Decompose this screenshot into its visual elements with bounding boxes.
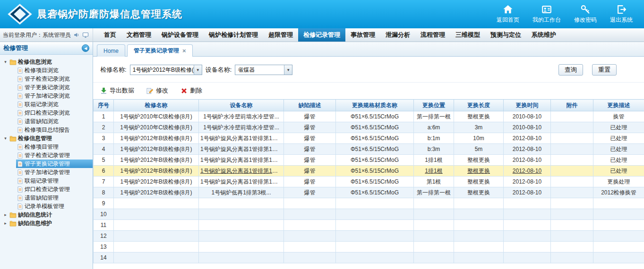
tree-item[interactable]: 焊口检查记录浏览 (16, 109, 93, 117)
tree-folder[interactable]: ▸缺陷信息维护 (0, 219, 93, 227)
app-title: 晨砻锅炉防磨防爆信息管理系统 (37, 8, 182, 21)
table-row[interactable]: 81号锅炉2012年B级检修(8月)1号锅炉低再1排第3根...爆管Φ51×6.… (94, 187, 644, 198)
tree-folder[interactable]: ▸缺陷信息统计 (0, 210, 93, 219)
nav-item[interactable]: 锅炉检修计划管理 (204, 28, 263, 42)
nav-item[interactable]: 系统维护 (526, 28, 561, 42)
tree-folder[interactable]: ▾检修信息管理 (0, 134, 93, 143)
tab-bar: Home管子更换记录管理× (93, 42, 644, 57)
tab[interactable]: 管子更换记录管理× (127, 44, 193, 57)
column-header[interactable]: 检修名称 (114, 100, 199, 111)
tree-folder[interactable]: ▾检修信息浏览 (0, 58, 93, 66)
column-header[interactable]: 更换描述 (593, 100, 644, 111)
speaker-icon[interactable] (73, 32, 80, 38)
column-header[interactable]: 附件 (551, 100, 593, 111)
nav-item[interactable]: 检修记录管理 (298, 28, 345, 42)
tree-item-label: 检修项目浏览 (25, 67, 59, 75)
column-header[interactable]: 更换规格材质名称 (336, 100, 414, 111)
document-icon (17, 84, 23, 91)
tree-item[interactable]: 检修项目浏览 (16, 66, 93, 75)
tree-item[interactable]: 管子更换记录管理 (16, 160, 93, 168)
nav-item[interactable]: 事故管理 (345, 28, 380, 42)
device-name-select[interactable]: 省煤器 ▼ (235, 65, 292, 75)
repair-name-select[interactable]: 1号锅炉2012年B级检修(8月) ▼ (130, 65, 202, 75)
nav-item[interactable]: 文档管理 (121, 28, 156, 42)
table-row[interactable]: 71号锅炉2012年B级检修(8月)1号锅炉旋风分离器1管排第1根...爆管Φ5… (94, 177, 644, 187)
logout-label: 退出系统 (610, 16, 633, 24)
delete-button[interactable]: 删除 (180, 86, 202, 95)
logout-button[interactable]: 退出系统 (610, 4, 633, 24)
tree-item[interactable]: 联箱记录浏览 (16, 100, 93, 109)
sidebar-collapse-button[interactable]: ◀ (82, 44, 89, 52)
tree-item[interactable]: 联箱记录管理 (16, 177, 93, 185)
tree-expanded-icon[interactable]: ▾ (3, 136, 8, 141)
tree-item[interactable]: 管子加堵记录浏览 (16, 92, 93, 100)
tree-item[interactable]: 记录单模板管理 (16, 202, 93, 210)
table-row[interactable]: 61号锅炉2012年B级检修(8月)1号锅炉旋风分离器1管排第1根...爆管Φ5… (94, 166, 644, 177)
nav-item[interactable]: 泄漏分析 (380, 28, 415, 42)
document-icon (17, 144, 23, 150)
document-icon (17, 110, 23, 116)
tree-item-label: 焊口检查记录管理 (25, 185, 70, 193)
nav-item[interactable]: 超限管理 (263, 28, 298, 42)
monitor-icon[interactable] (82, 32, 89, 38)
tree-expanded-icon[interactable]: ▾ (3, 59, 8, 64)
nav-item[interactable]: 锅炉设备管理 (156, 28, 204, 42)
nav-item[interactable]: 首页 (99, 28, 121, 42)
tab[interactable]: Home (97, 44, 125, 57)
column-header[interactable]: 缺陷描述 (284, 100, 336, 111)
reset-button[interactable]: 重置 (592, 64, 617, 76)
workspace-icon (541, 4, 552, 15)
tree-item[interactable]: 遗留缺陷浏览 (16, 117, 93, 126)
column-header[interactable]: 更换位置 (414, 100, 454, 111)
my-workspace-button[interactable]: 我的工作台 (532, 4, 561, 24)
tree-item[interactable]: 管子检查记录浏览 (16, 75, 93, 83)
document-icon (17, 127, 23, 133)
tree-item[interactable]: 管子检查记录管理 (16, 151, 93, 160)
export-data-button[interactable]: 导出数据 (100, 86, 134, 95)
column-header[interactable]: 更换时间 (504, 100, 551, 111)
edit-button[interactable]: 修改 (146, 86, 168, 95)
tree-folder-label: 检修信息浏览 (18, 58, 52, 66)
tree-collapsed-icon[interactable]: ▸ (3, 212, 8, 217)
query-button[interactable]: 查询 (558, 64, 583, 76)
sidebar-header: 检修管理 ◀ (0, 42, 93, 55)
table-row-empty: 9 (94, 198, 644, 209)
tree-item[interactable]: 焊口检查记录管理 (16, 185, 93, 193)
tree-item-label: 检修项目总结报告 (25, 126, 70, 134)
tree-item-label: 管子加堵记录管理 (25, 168, 70, 177)
tree-item[interactable]: 检修项目总结报告 (16, 126, 93, 134)
tab-close-icon[interactable]: × (182, 48, 186, 54)
table-row[interactable]: 21号锅炉2010年C级检修(8月)1号锅炉水冷壁前墙水冷壁管...爆管Φ51×… (94, 122, 644, 133)
tree-item[interactable]: 管子更换记录浏览 (16, 83, 93, 92)
app-logo-icon (7, 3, 33, 25)
tree-item-label: 管子更换记录浏览 (25, 84, 70, 92)
nav-item[interactable]: 预测与定位 (485, 28, 526, 42)
table-row[interactable]: 31号锅炉2012年B级检修(8月)1号锅炉旋风分离器1管排第1根...爆管Φ5… (94, 133, 644, 144)
tree-item-label: 联箱记录浏览 (25, 101, 59, 109)
tree-item[interactable]: 检修项目管理 (16, 143, 93, 151)
sidebar: 检修管理 ◀ ▾检修信息浏览检修项目浏览管子检查记录浏览管子更换记录浏览管子加堵… (0, 42, 93, 269)
tree-item[interactable]: 管子加堵记录管理 (16, 168, 93, 177)
tree-folder-label: 检修信息管理 (18, 134, 52, 143)
current-user-label: 当前登录用户：系统管理员 (3, 31, 71, 39)
tree-collapsed-icon[interactable]: ▸ (3, 221, 8, 226)
document-icon (17, 93, 23, 99)
table-row[interactable]: 11号锅炉2010年C级检修(8月)1号锅炉水冷壁前墙水冷壁管...爆管Φ51×… (94, 111, 644, 122)
table-row[interactable]: 41号锅炉2012年B级检修(8月)1号锅炉旋风分离器1管排第1根...爆管Φ5… (94, 144, 644, 155)
tree-item-label: 遗留缺陷管理 (25, 194, 59, 202)
repair-name-value: 1号锅炉2012年B级检修(8月) (133, 66, 194, 74)
table-row[interactable]: 51号锅炉2012年B级检修(8月)1号锅炉旋风分离器1管排第1根...爆管Φ5… (94, 155, 644, 166)
nav-item[interactable]: 流程管理 (415, 28, 450, 42)
edit-pencil-icon (146, 87, 154, 94)
return-home-button[interactable]: 返回首页 (497, 4, 519, 24)
sidebar-tree: ▾检修信息浏览检修项目浏览管子检查记录浏览管子更换记录浏览管子加堵记录浏览联箱记… (0, 55, 93, 269)
document-icon (17, 76, 23, 82)
tree-item[interactable]: 遗留缺陷管理 (16, 193, 93, 202)
document-icon (17, 118, 23, 125)
column-header[interactable]: 设备名称 (199, 100, 284, 111)
column-header[interactable]: 序号 (94, 100, 114, 111)
folder-icon (9, 220, 17, 227)
column-header[interactable]: 更换长度 (454, 100, 504, 111)
change-password-button[interactable]: 修改密码 (574, 4, 597, 24)
nav-item[interactable]: 三维模型 (450, 28, 485, 42)
